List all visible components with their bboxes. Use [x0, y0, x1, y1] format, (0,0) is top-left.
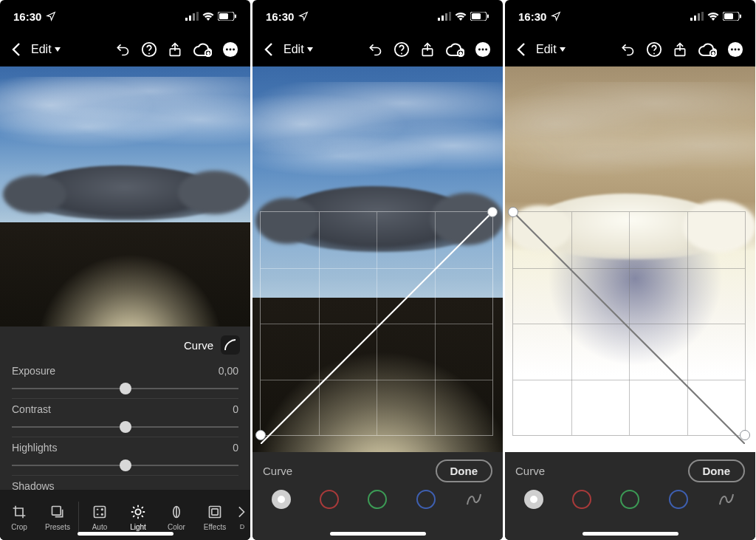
channel-luminance[interactable]: [272, 490, 291, 509]
curve-line[interactable]: [261, 212, 492, 444]
undo-icon[interactable]: [367, 42, 383, 57]
edit-toolbar: Edit: [0, 33, 250, 66]
cloud-add-icon[interactable]: [445, 42, 464, 57]
channel-parametric[interactable]: [464, 490, 484, 509]
svg-line-54: [513, 212, 745, 444]
photo-preview[interactable]: [505, 66, 755, 452]
done-button[interactable]: Done: [688, 459, 746, 482]
photo-preview[interactable]: [252, 66, 503, 452]
svg-rect-22: [212, 508, 218, 514]
svg-rect-6: [235, 15, 236, 18]
svg-point-37: [485, 49, 487, 51]
cloud-add-icon[interactable]: [193, 42, 212, 57]
curve-point-highlight[interactable]: [487, 207, 498, 217]
svg-rect-0: [185, 18, 188, 21]
done-button[interactable]: Done: [436, 459, 493, 482]
more-icon[interactable]: [222, 41, 238, 58]
channel-red[interactable]: [572, 490, 591, 509]
battery-icon: [218, 12, 237, 21]
status-bar: 16:30: [0, 0, 250, 33]
channel-selector: [505, 487, 755, 509]
signal-icon: [185, 12, 199, 21]
share-icon[interactable]: [168, 41, 182, 58]
tab-detail-truncated[interactable]: D: [234, 504, 250, 530]
back-icon[interactable]: [517, 43, 526, 56]
edit-menu[interactable]: Edit: [31, 43, 61, 56]
undo-icon[interactable]: [114, 42, 131, 57]
svg-point-52: [735, 49, 737, 51]
tab-crop[interactable]: Crop: [0, 504, 38, 531]
more-icon[interactable]: [475, 41, 491, 58]
location-icon: [298, 11, 309, 21]
curve-point-shadow[interactable]: [508, 207, 518, 217]
svg-rect-2: [193, 13, 195, 21]
edit-menu[interactable]: Edit: [536, 43, 566, 56]
svg-point-8: [148, 53, 150, 55]
caret-down-icon: [55, 47, 61, 52]
home-indicator[interactable]: [330, 532, 426, 536]
curve-point-shadow[interactable]: [255, 430, 266, 440]
battery-icon: [723, 12, 742, 21]
svg-rect-26: [449, 12, 451, 21]
svg-point-13: [230, 49, 232, 51]
channel-red[interactable]: [320, 490, 339, 509]
slider-contrast[interactable]: Contrast0: [0, 399, 250, 437]
signal-icon: [690, 12, 704, 21]
svg-point-35: [478, 49, 481, 51]
curve-icon[interactable]: [221, 335, 240, 355]
channel-luminance[interactable]: [524, 490, 543, 509]
help-icon[interactable]: [141, 41, 157, 58]
share-icon[interactable]: [420, 41, 435, 58]
share-icon[interactable]: [673, 41, 687, 58]
svg-rect-1: [189, 16, 191, 21]
curve-point-highlight[interactable]: [740, 430, 750, 440]
tab-color[interactable]: Color: [157, 504, 196, 531]
status-time: 16:30: [266, 10, 294, 23]
channel-parametric[interactable]: [717, 490, 736, 509]
back-icon[interactable]: [264, 43, 273, 56]
tab-light[interactable]: Light: [119, 504, 157, 531]
svg-rect-28: [472, 13, 481, 19]
edit-menu[interactable]: Edit: [284, 43, 313, 56]
curve-button-label[interactable]: Curve: [184, 339, 213, 352]
tab-presets[interactable]: Presets: [38, 504, 77, 531]
more-icon[interactable]: [727, 41, 743, 58]
home-indicator[interactable]: [583, 532, 678, 536]
caret-down-icon: [307, 47, 313, 52]
undo-icon[interactable]: [619, 42, 636, 57]
svg-point-36: [482, 49, 484, 51]
svg-rect-5: [219, 13, 228, 19]
slider-exposure[interactable]: Exposure0,00: [0, 360, 250, 399]
status-bar: 16:30: [505, 0, 755, 33]
home-indicator[interactable]: [78, 532, 173, 536]
channel-green[interactable]: [368, 490, 387, 509]
svg-rect-41: [698, 13, 700, 21]
curve-editor[interactable]: [260, 211, 493, 436]
help-icon[interactable]: [646, 41, 662, 58]
svg-point-14: [233, 49, 235, 51]
channel-blue[interactable]: [416, 490, 436, 509]
svg-rect-3: [196, 12, 199, 21]
photo-preview[interactable]: [0, 66, 250, 327]
svg-point-31: [401, 53, 402, 55]
status-bar: 16:30: [252, 0, 503, 33]
svg-point-51: [731, 49, 733, 51]
channel-blue[interactable]: [669, 490, 688, 509]
back-icon[interactable]: [12, 43, 21, 56]
cloud-add-icon[interactable]: [698, 42, 717, 57]
location-icon: [551, 11, 561, 21]
svg-rect-21: [210, 506, 221, 517]
slider-highlights[interactable]: Highlights0: [0, 437, 250, 476]
svg-rect-25: [445, 13, 447, 21]
channel-green[interactable]: [620, 490, 639, 509]
curve-label: Curve: [515, 465, 545, 477]
wifi-icon: [707, 12, 719, 21]
signal-icon: [438, 12, 451, 21]
tab-auto[interactable]: Auto: [80, 504, 119, 531]
curve-editor[interactable]: [512, 211, 746, 436]
tab-effects[interactable]: Effects: [196, 504, 234, 531]
help-icon[interactable]: [394, 41, 410, 58]
screen-light-sliders: 16:30 Edit Cu: [0, 0, 250, 540]
svg-rect-44: [724, 13, 733, 19]
curve-line[interactable]: [513, 212, 745, 444]
